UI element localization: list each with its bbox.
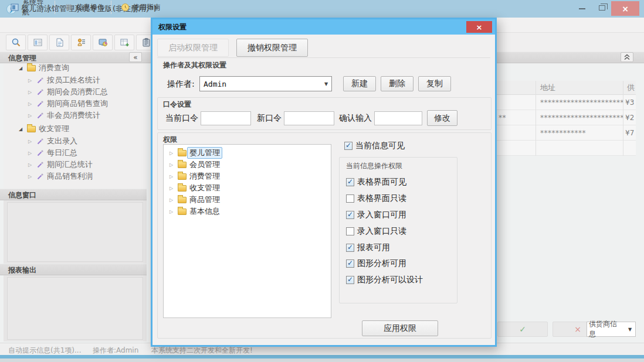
tree-leaf-item[interactable]: ▷ 期间会员消费汇总 [4,86,108,98]
checkbox-entry-readonly[interactable]: 录入窗口只读 [346,226,406,237]
tree-item-label: 期间汇总统计 [47,159,93,170]
tab-system-nav[interactable]: 系统导航 [6,1,55,14]
tab-user-guide[interactable]: 使用指南 [116,1,168,14]
collapsed-arrow-icon[interactable]: ▷ [28,139,33,144]
tab-label: 信息操作 [76,2,104,12]
column-header-address[interactable]: 地址 [540,83,555,93]
collapsed-arrow-icon[interactable]: ▷ [170,186,175,191]
sidebar-collapse-button[interactable]: « [129,52,142,62]
current-password-label: 当前口令 [165,113,198,124]
checkbox-grid-readonly[interactable]: 表格界面只读 [346,193,406,204]
folder-icon [178,185,187,192]
column-header-supplier[interactable]: 供 [627,83,635,93]
cell-price: ¥2 [625,114,634,122]
permissions-dialog: 权限设置 × 启动权限管理 撤销权限管理 操作者及其权限设置 操作者: Admi… [151,18,497,347]
tree-leaf-item[interactable]: ▷ 期间汇总统计 [4,159,93,170]
checkbox-current-info-visible[interactable]: 当前信息可见 [344,141,405,151]
collapsed-arrow-icon[interactable]: ▷ [170,197,175,203]
tree-leaf-item[interactable]: ▷ 期间商品销售查询 [4,98,108,110]
dialog-close-button[interactable]: × [466,21,492,33]
guide-icon [121,3,130,12]
apply-permission-button[interactable]: 应用权限 [362,320,438,336]
perm-tree-item[interactable]: ▷ 收支管理 [164,182,220,194]
perm-tree-item[interactable]: ▷ 消费管理 [164,170,220,182]
tree-leaf-item[interactable]: ▷ 非会员消费统计 [4,110,100,121]
magic-wand-icon [36,149,44,157]
window-close-button[interactable]: × [611,1,639,16]
tree-leaf-item[interactable]: ▷ 按员工姓名统计 [4,74,100,86]
tab-info-operation[interactable]: 信息操作 [60,1,111,14]
panel-collapse-button[interactable] [621,52,633,62]
operator-value: Admin [200,80,321,88]
supplier-info-select[interactable]: 供货商信息 ▼ [587,322,636,337]
checkbox-entry-enabled[interactable]: 录入窗口可用 [346,210,406,220]
checkbox-chart-design[interactable]: 图形分析可以设计 [346,275,423,285]
expanded-arrow-icon[interactable]: ◢ [19,127,24,132]
table-add-button[interactable] [114,35,134,50]
checkbox-box[interactable] [346,194,354,203]
minimize-button[interactable] [579,8,585,9]
staff-chart-button[interactable] [71,35,91,50]
tree-item-label: 收支管理 [39,124,69,134]
checkbox-grid-visible[interactable]: 表格界面可见 [346,177,406,187]
collapsed-arrow-icon[interactable]: ▷ [170,209,175,214]
checkbox-label: 表格界面只读 [357,193,406,204]
section-title: 信息窗口 [8,190,36,200]
current-password-input[interactable] [201,111,251,125]
start-permission-button[interactable]: 启动权限管理 [157,39,229,57]
collapsed-arrow-icon[interactable]: ▷ [28,101,33,107]
checkbox-box[interactable] [346,178,354,186]
checkbox-label: 当前信息可见 [355,141,405,151]
checkbox-box[interactable] [344,142,352,150]
collapsed-arrow-icon[interactable]: ▷ [170,174,175,179]
checkbox-box[interactable] [346,276,354,284]
tree-leaf-item[interactable]: ▷ 支出录入 [4,135,77,147]
checkbox-box[interactable] [346,211,354,219]
revoke-permission-button[interactable]: 撤销权限管理 [236,39,308,57]
restore-button[interactable] [599,5,605,11]
collapsed-arrow-icon[interactable]: ▷ [28,113,33,118]
checkbox-chart-enabled[interactable]: 图形分析可用 [346,258,406,269]
perm-tree-item[interactable]: ▷ 基本信息 [164,206,220,217]
perm-tree-item[interactable]: ▷ 婴儿管理 [164,147,222,159]
monitor-chart-button[interactable] [93,35,113,50]
checkbox-label: 录入窗口只读 [357,226,406,237]
collapsed-arrow-icon[interactable]: ▷ [170,162,175,168]
operator-select[interactable]: Admin ▼ [199,76,332,91]
collapsed-arrow-icon[interactable]: ▷ [28,78,33,83]
checkbox-report-enabled[interactable]: 报表可用 [346,243,390,253]
perm-tree-label: 收支管理 [189,183,220,193]
perm-tree-item[interactable]: ▷ 会员管理 [164,159,220,170]
copy-operator-button[interactable]: 复制 [418,76,451,91]
collapsed-arrow-icon[interactable]: ▷ [28,151,33,156]
new-password-input[interactable] [284,111,334,125]
search-button[interactable] [6,35,26,50]
ops-group-title: 当前信息操作权限 [346,161,402,171]
list-view-button[interactable] [28,35,48,50]
document-button[interactable] [49,35,69,50]
new-operator-button[interactable]: 新建 [343,76,376,91]
collapsed-arrow-icon[interactable]: ▷ [28,90,33,95]
dropdown-arrow-icon: ▼ [321,81,331,87]
checkbox-box[interactable] [346,259,354,268]
delete-operator-button[interactable]: 删除 [381,76,413,91]
expanded-arrow-icon[interactable]: ◢ [19,66,24,71]
confirm-password-input[interactable] [374,111,422,125]
collapsed-arrow-icon[interactable]: ▷ [170,151,175,156]
checkbox-box[interactable] [346,244,354,252]
tab-label: 使用指南 [133,2,161,12]
tree-leaf-item[interactable]: ▷ 每日汇总 [4,147,77,159]
collapsed-arrow-icon[interactable]: ▷ [28,174,33,179]
tree-folder-item[interactable]: ◢ 消费查询 [4,62,69,74]
folder-icon [178,209,187,215]
checkbox-box[interactable] [346,227,354,235]
modify-password-button[interactable]: 修改 [427,110,457,126]
collapsed-arrow-icon[interactable]: ▷ [28,162,33,168]
perm-tree-label: 婴儿管理 [187,147,222,159]
confirm-button[interactable]: ✓ [497,322,548,337]
perm-tree-item[interactable]: ▷ 商品管理 [164,194,220,206]
tree-item-label: 每日汇总 [47,148,77,158]
tree-folder-item[interactable]: ◢ 收支管理 [4,123,69,135]
tree-leaf-item[interactable]: ▷ 商品销售利润 [4,170,93,182]
folder-icon [27,126,36,132]
